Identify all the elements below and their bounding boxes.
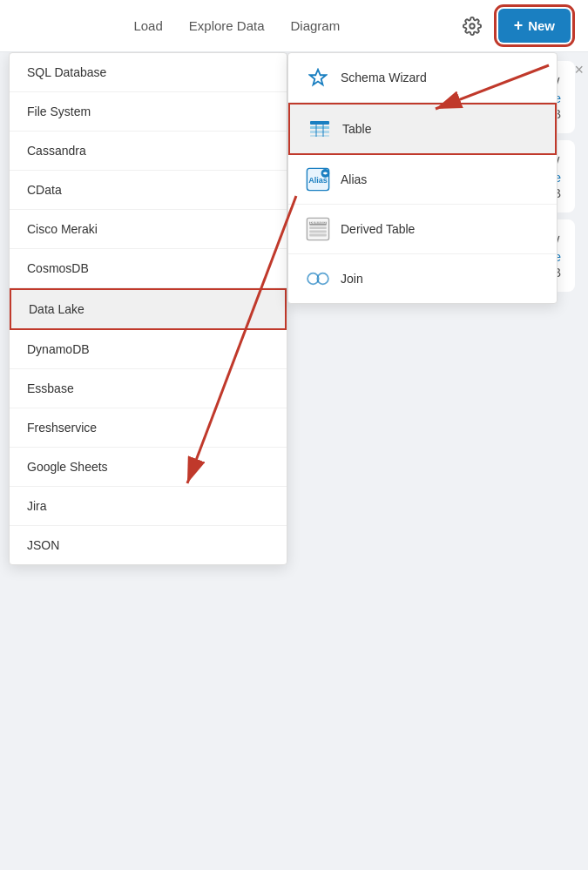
svg-text:DERIVED: DERIVED [310,220,327,225]
right-dropdown-menu: Schema Wizard Table Alias [287,52,558,304]
nav-links: Load Explore Data Diagram [17,15,456,37]
menu-item-cdata[interactable]: CData [10,171,287,210]
alias-icon: Alias [306,167,330,192]
left-dropdown-menu: SQL Database File System Cassandra CData… [9,52,287,565]
schema-wizard-label: Schema Wizard [341,71,427,84]
menu-item-sql-database[interactable]: SQL Database [10,53,287,92]
schema-wizard-icon [306,65,330,90]
svg-rect-2 [310,126,329,129]
derived-table-label: Derived Table [341,222,415,236]
alias-label: Alias [341,172,367,186]
svg-rect-4 [310,135,329,137]
navbar: Load Explore Data Diagram + New [0,0,588,52]
new-button[interactable]: + New [498,9,571,43]
plus-icon: + [514,17,524,35]
menu-item-google-sheets[interactable]: Google Sheets [10,448,287,487]
main-content: ∨ Data Size 10.45 MB ∨ Data Size 8.31 MB… [0,52,588,870]
svg-point-0 [470,24,475,29]
menu-item-jira[interactable]: Jira [10,487,287,526]
menu-item-file-system[interactable]: File System [10,92,287,132]
svg-rect-14 [309,234,327,237]
menu-item-json[interactable]: JSON [10,526,287,564]
menu-item-essbase[interactable]: Essbase [10,369,287,408]
nav-right: + New [456,9,571,43]
svg-rect-3 [310,131,329,133]
nav-explore[interactable]: Explore Data [189,15,265,37]
menu-item-schema-wizard[interactable]: Schema Wizard [288,53,557,103]
menu-item-join[interactable]: Join [288,254,557,303]
derived-table-icon: DERIVED [306,217,330,241]
join-icon [306,266,330,291]
table-label: Table [342,122,371,136]
menu-item-derived-table[interactable]: DERIVED Derived Table [288,205,557,254]
svg-rect-1 [310,121,329,125]
gear-icon[interactable] [456,10,488,42]
menu-item-alias[interactable]: Alias Alias [288,155,557,205]
close-button[interactable]: × [574,61,584,79]
menu-item-data-lake[interactable]: Data Lake [10,288,287,330]
new-button-label: New [528,18,555,33]
menu-item-freshservice[interactable]: Freshservice [10,408,287,448]
menu-item-cosmosdb[interactable]: CosmosDB [10,249,287,288]
table-icon [308,117,332,141]
svg-rect-12 [309,226,327,229]
menu-item-cassandra[interactable]: Cassandra [10,132,287,171]
nav-load[interactable]: Load [133,15,162,37]
join-label: Join [341,272,363,286]
svg-rect-13 [309,230,327,233]
menu-item-table[interactable]: Table [288,103,557,155]
menu-item-cisco-meraki[interactable]: Cisco Meraki [10,210,287,249]
menu-item-dynamodb[interactable]: DynamoDB [10,330,287,369]
nav-diagram[interactable]: Diagram [291,15,341,37]
